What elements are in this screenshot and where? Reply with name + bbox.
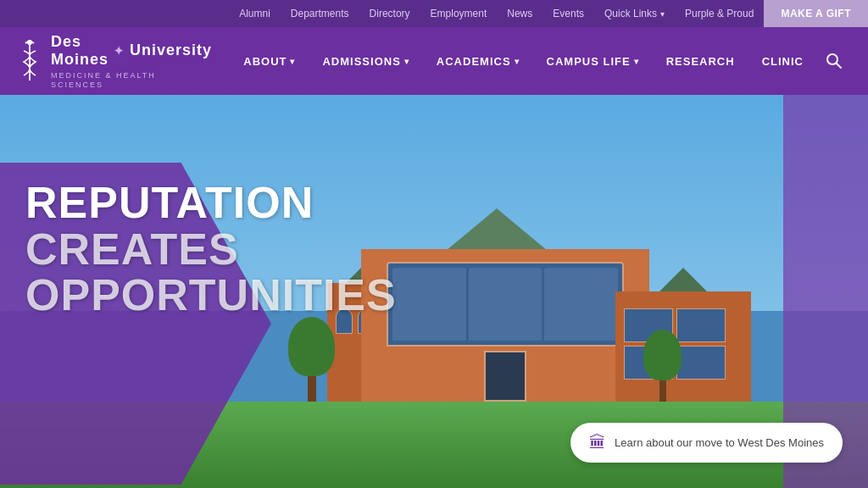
- purple-proud-link[interactable]: Purple & Proud: [675, 8, 764, 19]
- hero-line2: CREATES: [25, 226, 397, 273]
- cta-button[interactable]: 🏛 Learn about our move to West Des Moine…: [570, 423, 843, 463]
- svg-line-3: [837, 64, 842, 69]
- hero-tree-left: [288, 317, 335, 402]
- campus-life-nav[interactable]: CAMPUS LIFE ▾: [533, 27, 653, 95]
- main-navigation: Des Moines ✦ University MEDICINE & HEALT…: [0, 27, 868, 95]
- hero-line3: OPPORTUNITIES: [25, 272, 397, 319]
- svg-point-1: [27, 40, 32, 45]
- utility-bar: Alumni Departments Directory Employment …: [0, 0, 868, 27]
- alumni-link[interactable]: Alumni: [229, 8, 281, 19]
- admissions-chevron: ▾: [404, 57, 409, 66]
- caduceus-icon: [17, 38, 42, 85]
- building-right-wing: [615, 291, 751, 402]
- cta-text: Learn about our move to West Des Moines: [615, 436, 824, 449]
- clinic-nav[interactable]: CLINIC: [748, 27, 817, 95]
- news-link[interactable]: News: [497, 8, 542, 19]
- employment-link[interactable]: Employment: [420, 8, 498, 19]
- hero-headline: REPUTATION CREATES OPPORTUNITIES: [25, 180, 397, 319]
- university-name: Des Moines ✦ University: [51, 33, 212, 69]
- logo[interactable]: Des Moines ✦ University MEDICINE & HEALT…: [17, 33, 204, 90]
- building-peak-right: [658, 268, 709, 293]
- logo-icon: [17, 36, 42, 86]
- university-tagline: MEDICINE & HEALTH SCIENCES: [51, 71, 212, 90]
- make-gift-button[interactable]: MAKE A GIFT: [764, 0, 868, 27]
- departments-link[interactable]: Departments: [281, 8, 359, 19]
- cta-icon: 🏛: [589, 433, 606, 452]
- hero-section: REPUTATION CREATES OPPORTUNITIES 🏛 Learn…: [0, 95, 868, 488]
- events-link[interactable]: Events: [542, 8, 594, 19]
- building-main: [361, 249, 649, 402]
- academics-nav[interactable]: ACADEMICS ▾: [423, 27, 533, 95]
- hero-text: REPUTATION CREATES OPPORTUNITIES: [25, 180, 397, 319]
- campus-life-chevron: ▾: [634, 57, 639, 66]
- logo-text: Des Moines ✦ University MEDICINE & HEALT…: [51, 33, 212, 90]
- search-icon: [826, 53, 843, 69]
- hero-line1: REPUTATION: [25, 180, 397, 226]
- hero-tree-right: [643, 330, 682, 402]
- quick-links[interactable]: Quick Links ▾: [594, 8, 675, 19]
- utility-links: Alumni Departments Directory Employment …: [229, 8, 764, 19]
- nav-links: ABOUT ▾ ADMISSIONS ▾ ACADEMICS ▾ CAMPUS …: [230, 27, 851, 95]
- search-button[interactable]: [817, 27, 851, 95]
- research-nav[interactable]: RESEARCH: [653, 27, 748, 95]
- directory-link[interactable]: Directory: [359, 8, 420, 19]
- about-nav[interactable]: ABOUT ▾: [230, 27, 309, 95]
- academics-chevron: ▾: [515, 57, 520, 66]
- admissions-nav[interactable]: ADMISSIONS ▾: [309, 27, 422, 95]
- building-peak-center: [446, 208, 548, 251]
- about-chevron: ▾: [290, 57, 295, 66]
- quick-links-chevron: ▾: [660, 9, 665, 19]
